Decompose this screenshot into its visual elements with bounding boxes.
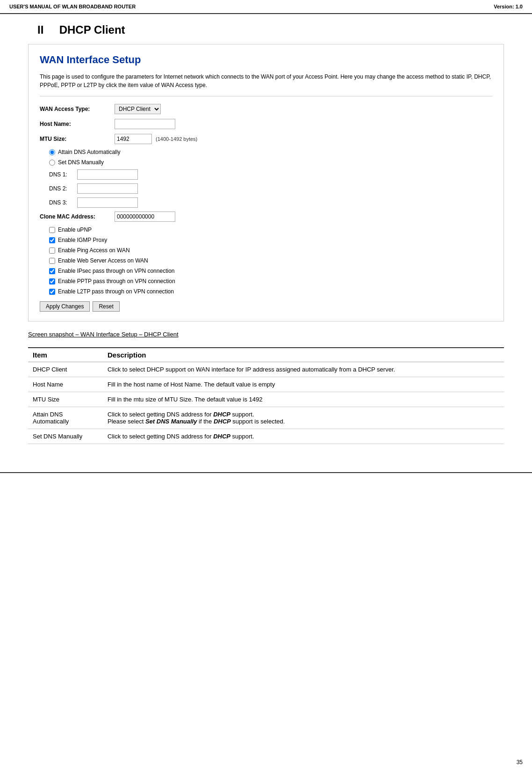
host-name-label: Host Name: <box>40 121 115 127</box>
cell-desc: Fill in the host name of Host Name. The … <box>103 377 504 392</box>
header-left: USER'S MANUAL OF WLAN BROADBAND ROUTER <box>9 4 136 9</box>
header-right: Version: 1.0 <box>494 4 523 9</box>
table-row: MTU Size Fill in the mtu size of MTU Siz… <box>28 392 504 407</box>
chapter-number: II <box>37 23 43 36</box>
host-name-input[interactable] <box>115 119 175 129</box>
mtu-size-row: MTU Size: (1400-1492 bytes) <box>40 134 492 144</box>
apply-changes-button[interactable]: Apply Changes <box>40 301 90 312</box>
checkbox-igmp-row: Enable IGMP Proxy <box>49 237 492 243</box>
clone-mac-label: Clone MAC Address: <box>40 213 115 220</box>
dns2-row: DNS 2: <box>49 183 492 194</box>
col-item-header: Item <box>28 348 103 362</box>
wan-description: This page is used to configure the param… <box>40 73 492 96</box>
checkbox-web-label: Enable Web Server Access on WAN <box>58 257 148 264</box>
checkbox-igmp-label: Enable IGMP Proxy <box>58 237 107 243</box>
dns3-input[interactable] <box>77 197 138 208</box>
page-footer: 35 <box>517 759 523 766</box>
checkbox-l2tp[interactable] <box>49 289 55 295</box>
wan-title: WAN Interface Setup <box>40 54 492 66</box>
cell-desc: Click to select getting DNS address for … <box>103 429 504 444</box>
cell-item: MTU Size <box>28 392 103 407</box>
dns3-label: DNS 3: <box>49 199 77 206</box>
cell-desc: Fill in the mtu size of MTU Size. The de… <box>103 392 504 407</box>
radio-auto-dns[interactable] <box>49 149 55 155</box>
clone-mac-input[interactable] <box>115 211 175 222</box>
col-desc-header: Description <box>103 348 504 362</box>
dns3-row: DNS 3: <box>49 197 492 208</box>
clone-mac-row: Clone MAC Address: <box>40 211 492 222</box>
mtu-size-hint: (1400-1492 bytes) <box>156 136 197 142</box>
radio-auto-dns-label: Attain DNS Automatically <box>58 149 120 155</box>
dns1-input[interactable] <box>77 169 138 180</box>
checkbox-igmp[interactable] <box>49 237 55 243</box>
radio-manual-dns[interactable] <box>49 160 55 166</box>
table-row: Set DNS Manually Click to select getting… <box>28 429 504 444</box>
radio-manual-dns-row: Set DNS Manually <box>49 159 492 166</box>
wan-access-type-label: WAN Access Type: <box>40 106 115 112</box>
checkbox-ipsec[interactable] <box>49 268 55 274</box>
checkbox-upnp-row: Enable uPNP <box>49 226 492 233</box>
checkbox-ipsec-label: Enable IPsec pass through on VPN connect… <box>58 268 175 274</box>
cell-desc: Click to select DHCP support on WAN inte… <box>103 362 504 377</box>
host-name-row: Host Name: <box>40 119 492 129</box>
checkbox-ping[interactable] <box>49 248 55 254</box>
wan-setup-box: WAN Interface Setup This page is used to… <box>28 44 504 321</box>
dns1-row: DNS 1: <box>49 169 492 180</box>
checkbox-web-row: Enable Web Server Access on WAN <box>49 257 492 264</box>
cell-item: Attain DNS Automatically <box>28 407 103 429</box>
mtu-size-label: MTU Size: <box>40 136 115 142</box>
table-header-row: Item Description <box>28 348 504 362</box>
checkbox-web[interactable] <box>49 258 55 264</box>
checkbox-ping-row: Enable Ping Access on WAN <box>49 247 492 254</box>
checkbox-pptp-label: Enable PPTP pass through on VPN connecti… <box>58 278 175 284</box>
button-row: Apply Changes Reset <box>40 301 492 312</box>
wan-access-type-select[interactable]: DHCP Client <box>115 104 161 114</box>
footer-line <box>0 472 532 473</box>
dns1-label: DNS 1: <box>49 171 77 178</box>
mtu-size-input[interactable] <box>115 134 152 144</box>
cell-desc: Click to select getting DNS address for … <box>103 407 504 429</box>
page-number: 35 <box>517 759 523 766</box>
checkbox-pptp-row: Enable PPTP pass through on VPN connecti… <box>49 278 492 284</box>
wan-access-type-row: WAN Access Type: DHCP Client <box>40 104 492 114</box>
screen-caption: Screen snapshot – WAN Interface Setup – … <box>28 331 504 338</box>
dns-section: DNS 1: DNS 2: DNS 3: <box>49 169 492 208</box>
table-row: DHCP Client Click to select DHCP support… <box>28 362 504 377</box>
table-row: Attain DNS Automatically Click to select… <box>28 407 504 429</box>
main-content: II DHCP Client WAN Interface Setup This … <box>0 14 532 453</box>
dns2-label: DNS 2: <box>49 185 77 192</box>
radio-auto-dns-row: Attain DNS Automatically <box>49 149 492 155</box>
description-table: Item Description DHCP Client Click to se… <box>28 347 504 444</box>
page-header: USER'S MANUAL OF WLAN BROADBAND ROUTER V… <box>0 0 532 14</box>
radio-manual-dns-label: Set DNS Manually <box>58 159 104 166</box>
checkbox-l2tp-label: Enable L2TP pass through on VPN connecti… <box>58 288 174 295</box>
checkbox-l2tp-row: Enable L2TP pass through on VPN connecti… <box>49 288 492 295</box>
checkbox-ipsec-row: Enable IPsec pass through on VPN connect… <box>49 268 492 274</box>
checkbox-pptp[interactable] <box>49 278 55 284</box>
checkbox-ping-label: Enable Ping Access on WAN <box>58 247 130 254</box>
cell-item: Set DNS Manually <box>28 429 103 444</box>
cell-item: Host Name <box>28 377 103 392</box>
cell-item: DHCP Client <box>28 362 103 377</box>
table-row: Host Name Fill in the host name of Host … <box>28 377 504 392</box>
checkbox-upnp[interactable] <box>49 227 55 233</box>
reset-button[interactable]: Reset <box>93 301 119 312</box>
dns2-input[interactable] <box>77 183 138 194</box>
chapter-heading: II DHCP Client <box>28 23 504 36</box>
checkbox-upnp-label: Enable uPNP <box>58 226 92 233</box>
chapter-title: DHCP Client <box>59 23 125 36</box>
